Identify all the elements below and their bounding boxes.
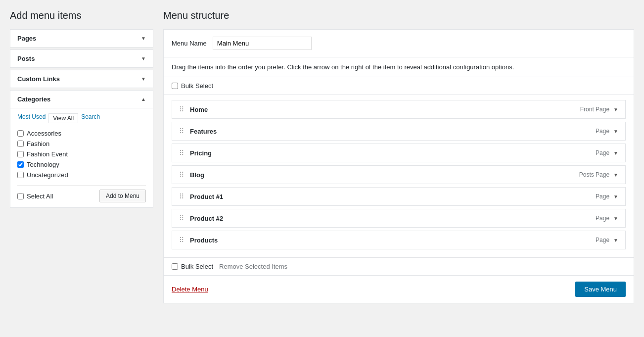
menu-name-input[interactable]	[213, 37, 312, 50]
save-menu-button[interactable]: Save Menu	[575, 282, 626, 297]
custom-links-chevron-icon: ▼	[141, 76, 146, 82]
menu-item-product1-chevron-icon[interactable]: ▼	[613, 194, 618, 199]
posts-accordion-header[interactable]: Posts ▼	[10, 50, 153, 67]
drag-handle-icon: ⠿	[179, 236, 184, 244]
top-bulk-select-label[interactable]: Bulk Select	[172, 82, 213, 90]
menu-item-blog-left: ⠿ Blog	[179, 171, 204, 179]
categories-accordion-header[interactable]: Categories ▲	[10, 91, 153, 108]
menu-item-features-name: Features	[190, 128, 217, 135]
menu-item-products[interactable]: ⠿ Products Page ▼	[172, 231, 626, 249]
menu-item-home-left: ⠿ Home	[179, 105, 208, 113]
list-item: Fashion Event	[17, 149, 146, 159]
custom-links-accordion-label: Custom Links	[17, 75, 60, 83]
cat-fashion-checkbox[interactable]	[17, 141, 24, 147]
cat-fashion-label[interactable]: Fashion	[27, 140, 49, 147]
menu-item-product2-chevron-icon[interactable]: ▼	[613, 216, 618, 221]
tab-view-all[interactable]: View All	[48, 113, 78, 123]
menu-item-pricing[interactable]: ⠿ Pricing Page ▼	[172, 144, 626, 162]
menu-item-pricing-right: Page ▼	[596, 149, 618, 156]
top-bulk-bar: Bulk Select	[164, 77, 634, 95]
tab-most-used[interactable]: Most Used	[17, 113, 46, 123]
top-bulk-checkbox[interactable]	[172, 83, 178, 89]
add-to-menu-button[interactable]: Add to Menu	[99, 190, 146, 202]
menu-item-product1[interactable]: ⠿ Product #1 Page ▼	[172, 187, 626, 206]
cat-technology-checkbox[interactable]	[17, 161, 24, 168]
menu-item-product1-name: Product #1	[190, 193, 223, 200]
drag-hint-text: Drag the items into the order you prefer…	[172, 63, 514, 71]
drag-handle-icon: ⠿	[179, 149, 184, 157]
menu-item-product2-type: Page	[596, 215, 609, 222]
select-all-label[interactable]: Select All	[17, 193, 53, 200]
categories-tabs: Most Used View All Search	[17, 113, 146, 123]
menu-item-product1-type: Page	[596, 193, 609, 200]
select-all-text: Select All	[27, 193, 53, 200]
cat-uncategorized-label[interactable]: Uncategorized	[27, 171, 68, 179]
menu-item-product1-right: Page ▼	[596, 193, 618, 200]
list-item: Fashion	[17, 139, 146, 149]
list-item: Accessories	[17, 128, 146, 139]
remove-selected-link[interactable]: Remove Selected Items	[219, 263, 287, 270]
right-panel-title: Menu structure	[163, 10, 634, 21]
menu-item-products-right: Page ▼	[596, 237, 618, 243]
pages-accordion-label: Pages	[17, 35, 36, 42]
menu-item-features-type: Page	[596, 128, 609, 135]
menu-item-products-name: Products	[190, 237, 218, 244]
pages-accordion: Pages ▼	[10, 29, 153, 48]
menu-item-home-chevron-icon[interactable]: ▼	[613, 107, 618, 112]
pages-chevron-icon: ▼	[141, 36, 146, 41]
bottom-bulk-checkbox[interactable]	[172, 263, 178, 270]
custom-links-accordion: Custom Links ▼	[10, 70, 153, 88]
menu-item-home[interactable]: ⠿ Home Front Page ▼	[172, 100, 626, 119]
menu-item-pricing-name: Pricing	[190, 149, 212, 157]
menu-item-product2-name: Product #2	[190, 215, 223, 222]
cat-fashion-event-label[interactable]: Fashion Event	[27, 150, 68, 158]
menu-item-pricing-chevron-icon[interactable]: ▼	[613, 150, 618, 156]
menu-item-product2-right: Page ▼	[596, 215, 618, 222]
drag-handle-icon: ⠿	[179, 105, 184, 113]
menu-item-blog-name: Blog	[190, 171, 204, 179]
cat-fashion-event-checkbox[interactable]	[17, 151, 24, 157]
categories-accordion-label: Categories	[17, 96, 50, 103]
select-all-row: Select All Add to Menu	[17, 185, 146, 202]
menu-item-blog-chevron-icon[interactable]: ▼	[613, 172, 618, 178]
menu-item-product2[interactable]: ⠿ Product #2 Page ▼	[172, 209, 626, 228]
menu-item-blog-right: Posts Page ▼	[579, 171, 618, 178]
drag-handle-icon: ⠿	[179, 127, 184, 135]
menu-name-label: Menu Name	[172, 40, 207, 47]
pages-accordion-header[interactable]: Pages ▼	[10, 30, 153, 47]
cat-technology-label[interactable]: Technology	[27, 161, 59, 168]
bottom-bulk-select-text: Bulk Select	[181, 263, 213, 270]
menu-item-products-left: ⠿ Products	[179, 236, 218, 244]
right-panel: Menu structure Menu Name Drag the items …	[163, 10, 634, 303]
menu-item-products-chevron-icon[interactable]: ▼	[613, 238, 618, 243]
custom-links-accordion-header[interactable]: Custom Links ▼	[10, 70, 153, 88]
menu-item-product1-left: ⠿ Product #1	[179, 193, 223, 200]
menu-item-features-left: ⠿ Features	[179, 127, 217, 135]
menu-item-features-right: Page ▼	[596, 128, 618, 135]
bottom-bulk-bar: Bulk Select Remove Selected Items	[164, 257, 634, 275]
cat-uncategorized-checkbox[interactable]	[17, 172, 24, 178]
bottom-bulk-select-label[interactable]: Bulk Select	[172, 263, 213, 270]
posts-accordion-label: Posts	[17, 55, 35, 62]
menu-item-features[interactable]: ⠿ Features Page ▼	[172, 122, 626, 141]
menu-item-features-chevron-icon[interactable]: ▼	[613, 129, 618, 134]
menu-item-products-type: Page	[596, 237, 609, 243]
left-panel: Add menu items Pages ▼ Posts ▼ Custom Li…	[10, 10, 153, 210]
cat-accessories-label[interactable]: Accessories	[27, 130, 61, 137]
list-item: Technology	[17, 159, 146, 170]
menu-footer: Delete Menu Save Menu	[164, 275, 634, 303]
cat-accessories-checkbox[interactable]	[17, 130, 24, 137]
drag-handle-icon: ⠿	[179, 171, 184, 179]
menu-item-pricing-type: Page	[596, 149, 609, 156]
menu-item-blog[interactable]: ⠿ Blog Posts Page ▼	[172, 165, 626, 184]
category-list: Accessories Fashion Fashion Event Techno…	[17, 128, 146, 180]
menu-item-product2-left: ⠿ Product #2	[179, 214, 223, 222]
delete-menu-link[interactable]: Delete Menu	[172, 286, 208, 293]
menu-item-blog-type: Posts Page	[579, 171, 609, 178]
tab-search[interactable]: Search	[81, 113, 100, 123]
categories-chevron-icon: ▲	[141, 96, 146, 102]
posts-chevron-icon: ▼	[141, 56, 146, 61]
select-all-checkbox[interactable]	[17, 193, 24, 199]
menu-items-list: ⠿ Home Front Page ▼ ⠿ Features Page	[164, 95, 634, 257]
menu-item-pricing-left: ⠿ Pricing	[179, 149, 212, 157]
